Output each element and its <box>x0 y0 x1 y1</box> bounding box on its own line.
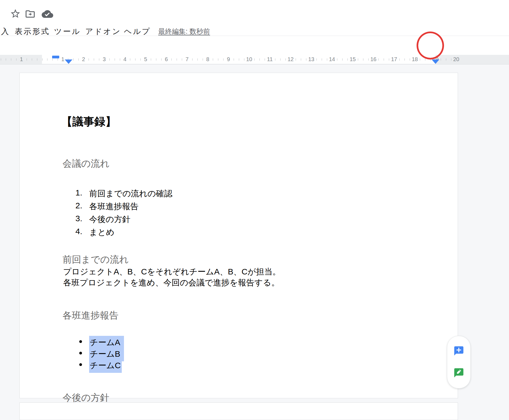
paragraph: プロジェクトA、B、CをそれぞれチームA、B、Cが担当。 <box>63 266 281 277</box>
menu-tools[interactable]: ツール <box>54 26 81 37</box>
last-edit-link[interactable]: 最終編集: 数秒前 <box>158 27 210 36</box>
suggest-edits-float-button[interactable] <box>452 366 465 379</box>
menu-format[interactable]: 表示形式 <box>15 26 50 37</box>
bullet-dot-icon <box>79 340 82 343</box>
google-docs-app: { "topbar": { "menus": ["入", "表示形式", "ツー… <box>0 0 509 420</box>
list-text: 各班進捗報告 <box>89 201 138 212</box>
selected-text: チームC <box>89 359 122 373</box>
list-marker: 4. <box>75 227 84 236</box>
document-canvas: 【議事録】 会議の流れ 1. 前回までの流れの確認 2. 各班進捗報告 3. 今… <box>0 64 509 420</box>
menu-insert-cutoff[interactable]: 入 <box>1 26 10 37</box>
list-text: まとめ <box>89 227 114 238</box>
list-text: 今後の方針 <box>89 214 131 225</box>
list-marker: 1. <box>75 188 84 197</box>
doc-title: 【議事録】 <box>61 114 116 129</box>
cloud-saved-icon[interactable] <box>42 8 53 20</box>
add-comment-float-button[interactable] <box>452 344 465 357</box>
bullet-dot-icon <box>79 352 82 354</box>
first-line-indent-marker[interactable] <box>52 56 59 58</box>
list-text: 前回までの流れの確認 <box>89 188 173 199</box>
menu-addons[interactable]: アドオン <box>85 26 121 37</box>
heading-meeting-flow: 会議の流れ <box>63 157 110 170</box>
document-page-1[interactable]: 【議事録】 会議の流れ 1. 前回までの流れの確認 2. 各班進捗報告 3. 今… <box>19 73 458 398</box>
right-indent-marker[interactable] <box>432 59 439 64</box>
move-folder-icon[interactable] <box>25 8 36 19</box>
bullet-dot-icon <box>79 363 82 366</box>
annotation-red-circle <box>417 32 444 59</box>
list-marker: 3. <box>75 214 84 223</box>
menu-help[interactable]: ヘルプ <box>124 26 151 37</box>
paragraph: 各班プロジェクトを進め、今回の会議で進捗を報告する。 <box>63 277 279 288</box>
star-icon[interactable] <box>10 8 21 19</box>
selection-action-pill <box>447 336 471 388</box>
document-page-2[interactable] <box>19 402 458 420</box>
topbar: 入 表示形式 ツール アドオン ヘルプ 最終編集: 数秒前 <box>0 0 509 36</box>
heading-previous-flow: 前回までの流れ <box>63 253 129 266</box>
list-marker: 2. <box>75 201 84 210</box>
left-indent-marker[interactable] <box>65 59 72 64</box>
heading-progress-report: 各班進捗報告 <box>63 309 118 322</box>
